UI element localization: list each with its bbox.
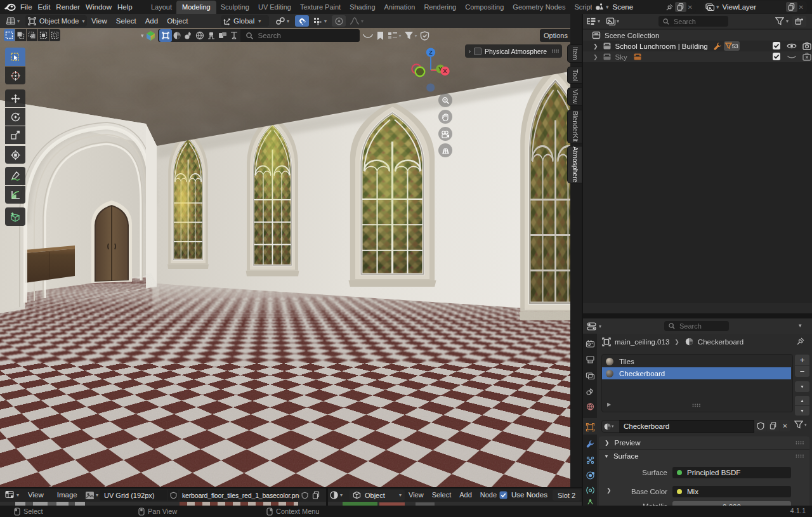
svg-text:X: X (443, 68, 447, 74)
svg-text:Z: Z (429, 49, 433, 56)
